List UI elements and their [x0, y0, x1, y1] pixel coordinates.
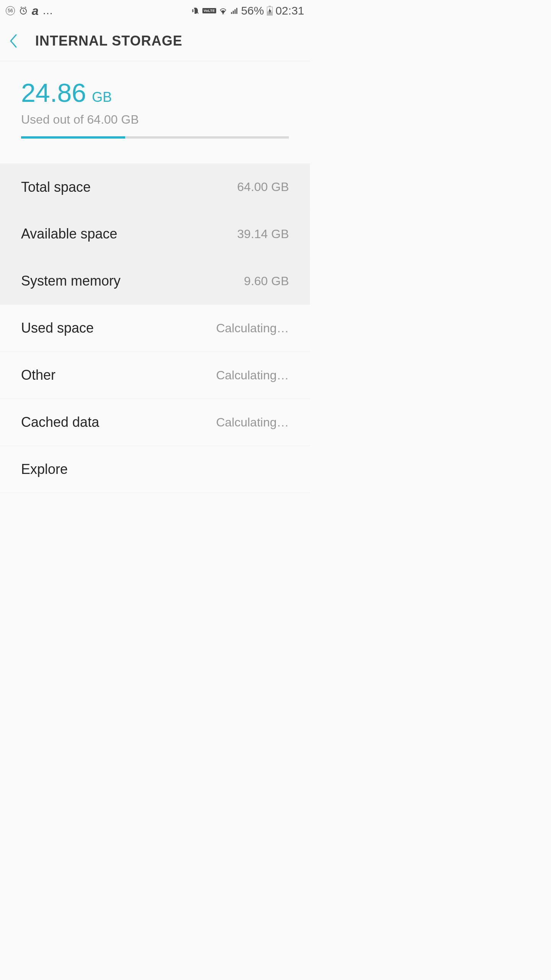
battery-percent: 56%	[241, 4, 264, 17]
row-label: Cached data	[21, 414, 99, 430]
row-used-space[interactable]: Used space Calculating…	[0, 305, 310, 352]
row-system-memory[interactable]: System memory 9.60 GB	[0, 258, 310, 305]
volte-icon: VoLTE	[202, 8, 216, 13]
svg-rect-6	[231, 12, 232, 14]
row-label: Total space	[21, 179, 91, 195]
row-cached-data[interactable]: Cached data Calculating…	[0, 399, 310, 446]
row-label: System memory	[21, 273, 121, 289]
svg-rect-9	[236, 8, 237, 14]
back-button[interactable]	[8, 33, 20, 49]
row-value: Calculating…	[216, 368, 289, 382]
vibrate-icon	[191, 7, 200, 15]
storage-used-number: 24.86	[21, 80, 86, 106]
storage-total-text: Used out of 64.00 GB	[21, 113, 289, 127]
row-total-space[interactable]: Total space 64.00 GB	[0, 163, 310, 211]
app-a-icon: a	[32, 5, 39, 17]
status-bar: 56 a … VoLTE	[0, 0, 310, 21]
row-value: Calculating…	[216, 415, 289, 430]
row-explore[interactable]: Explore	[0, 446, 310, 493]
row-value: 64.00 GB	[237, 180, 289, 194]
row-label: Other	[21, 367, 55, 383]
page-title: INTERNAL STORAGE	[35, 33, 183, 49]
storage-used-unit: GB	[92, 89, 112, 105]
svg-line-4	[25, 7, 26, 8]
row-label: Available space	[21, 226, 117, 242]
battery-charging-icon	[267, 6, 273, 16]
row-label: Explore	[21, 461, 68, 477]
status-left-icons: 56 a …	[6, 5, 54, 17]
alarm-icon	[19, 6, 28, 15]
svg-rect-8	[235, 9, 236, 14]
svg-line-2	[23, 11, 24, 12]
signal-icon	[230, 7, 238, 15]
notification-count-icon: 56	[6, 6, 15, 15]
row-value: 39.14 GB	[237, 227, 289, 241]
row-other[interactable]: Other Calculating…	[0, 352, 310, 399]
row-value: Calculating…	[216, 321, 289, 335]
status-right-icons: VoLTE 56% 02:31	[191, 4, 304, 17]
row-label: Used space	[21, 320, 94, 336]
storage-summary: 24.86 GB Used out of 64.00 GB	[0, 61, 310, 150]
svg-rect-7	[233, 11, 234, 14]
row-value: 9.60 GB	[244, 274, 289, 288]
svg-line-3	[21, 7, 22, 8]
storage-progress-bar	[21, 136, 289, 139]
storage-used: 24.86 GB	[21, 80, 289, 106]
clock-time: 02:31	[276, 4, 304, 17]
wifi-icon	[219, 7, 227, 15]
storage-progress-fill	[21, 136, 125, 139]
header-bar: INTERNAL STORAGE	[0, 21, 310, 61]
row-available-space[interactable]: Available space 39.14 GB	[0, 211, 310, 258]
storage-rows: Total space 64.00 GB Available space 39.…	[0, 163, 310, 493]
